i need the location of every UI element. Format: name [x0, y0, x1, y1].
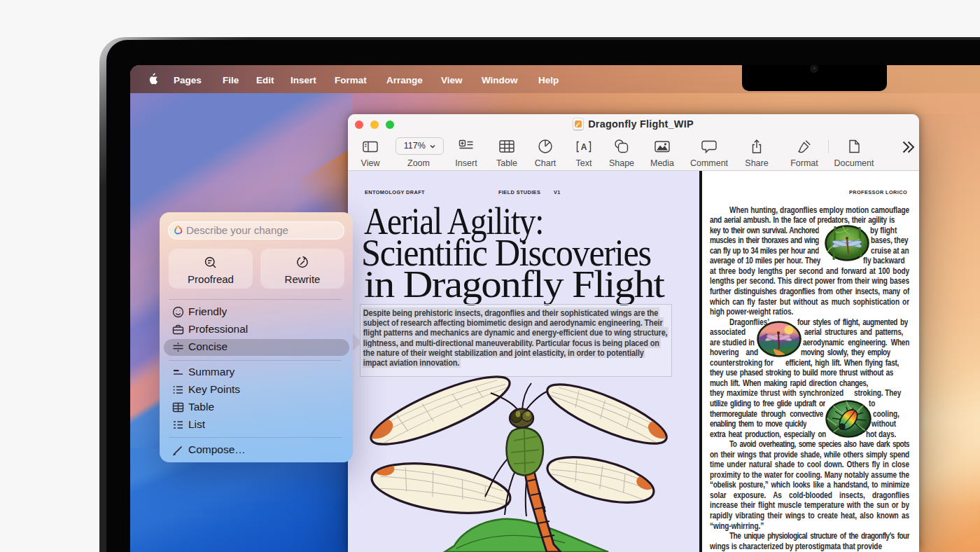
svg-text:A: A — [581, 142, 587, 152]
